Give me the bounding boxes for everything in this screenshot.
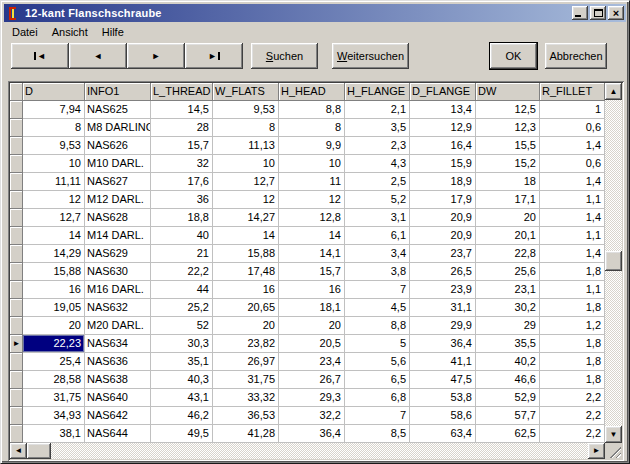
column-header-d[interactable]: D — [23, 83, 85, 101]
cell[interactable]: 46,2 — [151, 407, 213, 425]
cell[interactable]: 18,8 — [151, 209, 213, 227]
next-record-button[interactable]: ► — [127, 43, 185, 69]
cell[interactable]: NAS642 — [85, 407, 151, 425]
row-header[interactable] — [10, 299, 23, 317]
cell[interactable]: 12,7 — [23, 209, 85, 227]
cell[interactable]: 32,2 — [279, 407, 345, 425]
cell[interactable]: 52 — [151, 317, 213, 335]
cell[interactable]: 3,8 — [345, 263, 410, 281]
cell[interactable]: 1,4 — [540, 245, 605, 263]
cell[interactable]: 11,11 — [23, 173, 85, 191]
cell[interactable]: 13,4 — [410, 101, 476, 119]
cell[interactable]: NAS640 — [85, 389, 151, 407]
cell[interactable]: 18 — [476, 173, 540, 191]
row-header[interactable] — [10, 353, 23, 371]
ok-button[interactable]: OK — [490, 43, 537, 69]
cell[interactable]: 20,65 — [213, 299, 279, 317]
vertical-scroll-track[interactable] — [605, 100, 622, 426]
cell[interactable]: 41,1 — [410, 353, 476, 371]
cell[interactable]: 31,75 — [213, 371, 279, 389]
scroll-left-button[interactable]: ◄ — [10, 443, 27, 459]
cell[interactable]: 12 — [213, 191, 279, 209]
resize-grip[interactable] — [608, 445, 621, 458]
cell[interactable]: 15,2 — [476, 155, 540, 173]
cell[interactable]: NAS636 — [85, 353, 151, 371]
cell[interactable]: 20,9 — [410, 209, 476, 227]
cell[interactable]: 40 — [151, 227, 213, 245]
cell[interactable]: 16 — [279, 281, 345, 299]
column-header-d_flange[interactable]: D_FLANGE — [410, 83, 476, 101]
cell[interactable]: 23,1 — [476, 281, 540, 299]
maximize-button[interactable] — [590, 6, 606, 20]
cell[interactable]: 36,53 — [213, 407, 279, 425]
cell[interactable]: 15,9 — [410, 155, 476, 173]
cell[interactable]: 16 — [23, 281, 85, 299]
cell[interactable]: 40,2 — [476, 353, 540, 371]
cell[interactable]: 19,05 — [23, 299, 85, 317]
cell[interactable]: NAS634 — [85, 335, 151, 353]
cell[interactable]: 12 — [279, 191, 345, 209]
cell[interactable]: 2,1 — [345, 101, 410, 119]
cell[interactable]: 0,6 — [540, 119, 605, 137]
row-header[interactable] — [10, 191, 23, 209]
row-header[interactable] — [10, 209, 23, 227]
cell[interactable]: 23,7 — [410, 245, 476, 263]
cell[interactable]: 12,5 — [476, 101, 540, 119]
row-header[interactable] — [10, 425, 23, 443]
cell[interactable]: 17,1 — [476, 191, 540, 209]
cell[interactable]: NAS625 — [85, 101, 151, 119]
column-header-w_flats[interactable]: W_FLATS — [213, 83, 279, 101]
cell[interactable]: 49,5 — [151, 425, 213, 443]
cell[interactable]: 1,2 — [540, 317, 605, 335]
row-header[interactable] — [10, 101, 23, 119]
cell[interactable]: 7 — [345, 407, 410, 425]
cell[interactable]: 2,2 — [540, 389, 605, 407]
vertical-scroll-thumb[interactable] — [605, 251, 622, 271]
cell[interactable]: 8,8 — [345, 317, 410, 335]
scroll-right-button[interactable]: ► — [588, 443, 605, 459]
cell[interactable]: 23,4 — [279, 353, 345, 371]
cell[interactable]: 14 — [279, 227, 345, 245]
cell[interactable]: 38,1 — [23, 425, 85, 443]
row-header[interactable] — [10, 407, 23, 425]
cell[interactable]: 1,1 — [540, 191, 605, 209]
cell[interactable]: 9,53 — [213, 101, 279, 119]
column-header-dw[interactable]: DW — [476, 83, 540, 101]
cell[interactable]: 0,6 — [540, 155, 605, 173]
cell[interactable]: 11,13 — [213, 137, 279, 155]
cell[interactable]: 2,2 — [540, 407, 605, 425]
cell[interactable]: 16 — [213, 281, 279, 299]
cell[interactable]: 30,2 — [476, 299, 540, 317]
first-record-button[interactable]: ◄ — [11, 43, 69, 69]
cell[interactable]: 6,1 — [345, 227, 410, 245]
cell[interactable]: NAS638 — [85, 371, 151, 389]
cell[interactable]: 2,5 — [345, 173, 410, 191]
scroll-up-button[interactable]: ▲ — [605, 83, 622, 100]
titlebar[interactable]: 12-kant Flanschschraube × — [4, 4, 626, 22]
row-header[interactable] — [10, 389, 23, 407]
menu-item-ansicht[interactable]: Ansicht — [45, 24, 95, 40]
cell[interactable]: 29 — [476, 317, 540, 335]
cell[interactable]: 14,5 — [151, 101, 213, 119]
current-record-marker[interactable]: ► — [10, 335, 23, 353]
cell[interactable]: 9,53 — [23, 137, 85, 155]
cell[interactable]: 57,7 — [476, 407, 540, 425]
row-header[interactable] — [10, 263, 23, 281]
row-header[interactable] — [10, 173, 23, 191]
horizontal-scroll-thumb[interactable] — [27, 443, 51, 459]
cell[interactable]: 10 — [23, 155, 85, 173]
cell[interactable]: 33,32 — [213, 389, 279, 407]
cell[interactable]: 29,9 — [410, 317, 476, 335]
cell[interactable]: 36,4 — [279, 425, 345, 443]
cell[interactable]: M8 DARLING — [85, 119, 151, 137]
cell[interactable]: 1,8 — [540, 353, 605, 371]
cell[interactable]: 2,3 — [345, 137, 410, 155]
cell[interactable]: 16,4 — [410, 137, 476, 155]
cell[interactable]: 43,1 — [151, 389, 213, 407]
cell[interactable]: 1,4 — [540, 209, 605, 227]
cell[interactable]: 25,4 — [23, 353, 85, 371]
cell[interactable]: 20,1 — [476, 227, 540, 245]
cell[interactable]: 20,5 — [279, 335, 345, 353]
cell[interactable]: 15,7 — [151, 137, 213, 155]
cell[interactable]: 14 — [213, 227, 279, 245]
